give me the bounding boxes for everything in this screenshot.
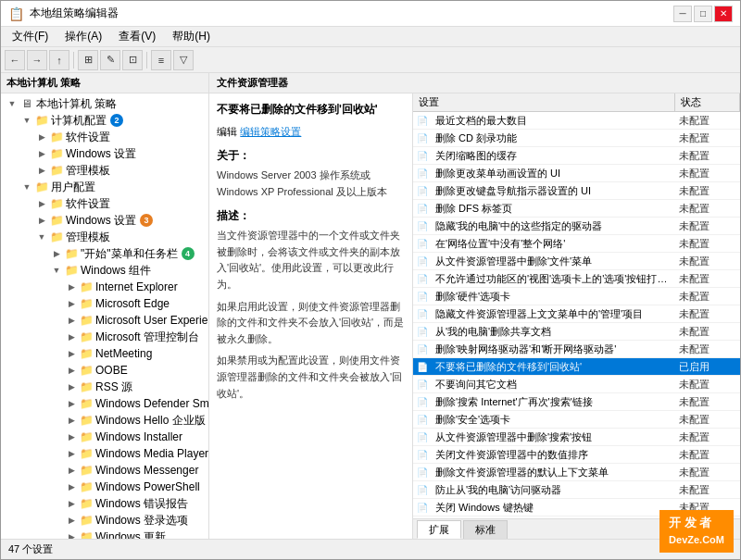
- settings-row-11[interactable]: 📄 隐藏文件资源管理器上文文菜单中的'管理'项目 未配置: [413, 305, 740, 323]
- expander-root[interactable]: [5, 96, 19, 111]
- expander-user[interactable]: [19, 180, 34, 194]
- settings-name-16: 删除'搜索 Internet'广再次'搜索'链接: [432, 395, 675, 409]
- show-hide-button[interactable]: ⊞: [78, 50, 98, 70]
- expander-startmenu[interactable]: [49, 246, 64, 261]
- edit-button[interactable]: ✎: [100, 50, 120, 70]
- filter-button[interactable]: ▽: [173, 50, 194, 70]
- tree-item-hello[interactable]: 📁 Windows Hello 企业版: [1, 412, 208, 429]
- settings-row-20[interactable]: 📄 删除文件资源管理器的默认上下文菜单 未配置: [413, 464, 740, 481]
- tree-item-rss[interactable]: 📁 RSS 源: [1, 379, 208, 395]
- tree-item-oobe[interactable]: 📁 OOBE: [1, 362, 208, 379]
- tree-item-errorreport[interactable]: 📁 Windows 错误报告: [1, 495, 208, 512]
- expander-logon[interactable]: [64, 513, 79, 528]
- settings-row-0[interactable]: 📄 最近文档的最大数目 未配置: [413, 112, 740, 130]
- settings-row-10[interactable]: 📄 删除'硬件'选项卡 未配置: [413, 288, 740, 305]
- settings-row-3[interactable]: 📄 删除更改菜单动画设置的 UI 未配置: [413, 165, 740, 182]
- tab-standard[interactable]: 标准: [463, 520, 508, 539]
- menu-help[interactable]: 帮助(H): [165, 27, 218, 46]
- settings-row-4[interactable]: 📄 删除更改键盘导航指示器设置的 UI 未配置: [413, 182, 740, 200]
- settings-row-7[interactable]: 📄 在'网络位置'中没有'整个网络' 未配置: [413, 235, 740, 253]
- tree-item-media[interactable]: 📁 Windows Media Player: [1, 445, 208, 462]
- close-button[interactable]: ✕: [714, 6, 733, 22]
- help-button[interactable]: ≡: [151, 50, 171, 70]
- tree-item-computer[interactable]: 📁 计算机配置 2: [1, 112, 208, 129]
- settings-row-6[interactable]: 📄 隐藏'我的电脑'中的这些指定的驱动器 未配置: [413, 218, 740, 235]
- tree-item-messenger[interactable]: 📁 Windows Messenger: [1, 462, 208, 479]
- tree-container[interactable]: 🖥 本地计算机 策略 📁 计算机配置 2 📁 软件设置: [1, 93, 208, 539]
- settings-row-21[interactable]: 📄 防止从'我的电脑'访问驱动器 未配置: [413, 481, 740, 499]
- minimize-button[interactable]: ─: [673, 6, 692, 22]
- expander-media[interactable]: [64, 446, 79, 461]
- expander-errorreport[interactable]: [64, 496, 79, 511]
- tree-item-root[interactable]: 🖥 本地计算机 策略: [1, 95, 208, 112]
- expander-wincomponents[interactable]: [49, 263, 64, 278]
- tree-item-defender[interactable]: 📁 Windows Defender SmartSc: [1, 395, 208, 412]
- settings-row-18[interactable]: 📄 从文件资源管理器中删除'搜索'按钮 未配置: [413, 429, 740, 446]
- expander-ie[interactable]: [64, 280, 79, 294]
- edit-policy-link[interactable]: 编辑策略设置: [240, 126, 301, 137]
- settings-row-22[interactable]: 📄 关闭 Windows 键热键 未配置: [413, 499, 740, 516]
- settings-row-9[interactable]: 📄 不允许通过功能区的'视图'选项卡上的'选项'按钮打开'文件... 未配置: [413, 270, 740, 288]
- tree-item-software2[interactable]: 📁 软件设置: [1, 195, 208, 212]
- settings-row-5[interactable]: 📄 删除 DFS 标签页 未配置: [413, 200, 740, 218]
- tree-item-wincomponents[interactable]: 📁 Windows 组件: [1, 262, 208, 279]
- tree-item-edge[interactable]: 📁 Microsoft Edge: [1, 295, 208, 312]
- tree-item-startmenu[interactable]: 📁 "开始"菜单和任务栏 4: [1, 245, 208, 262]
- tree-item-user[interactable]: 📁 用户配置: [1, 179, 208, 195]
- settings-row-8[interactable]: 📄 从文件资源管理器中删除'文件'菜单 未配置: [413, 253, 740, 270]
- settings-row-13[interactable]: 📄 删除'映射网络驱动器'和'断开网络驱动器' 未配置: [413, 341, 740, 358]
- menu-file[interactable]: 文件(F): [5, 27, 56, 46]
- tree-item-installer[interactable]: 📁 Windows Installer: [1, 429, 208, 445]
- tree-item-mmc[interactable]: 📁 Microsoft 管理控制台: [1, 329, 208, 345]
- settings-row-14[interactable]: 📄 不要将已删除的文件移到'回收站' 已启用: [413, 358, 740, 376]
- expander-netmeeting[interactable]: [64, 346, 79, 361]
- tree-item-ie[interactable]: 📁 Internet Explorer: [1, 279, 208, 295]
- tree-item-logon[interactable]: 📁 Windows 登录选项: [1, 512, 208, 529]
- expander-admtemplates1[interactable]: [34, 163, 49, 178]
- settings-icon-22: 📄: [413, 499, 432, 516]
- tree-item-userexp[interactable]: 📁 Microsoft User Experience Y: [1, 312, 208, 329]
- expander-software2[interactable]: [34, 196, 49, 211]
- menu-view[interactable]: 查看(V): [111, 27, 163, 46]
- settings-row-2[interactable]: 📄 关闭缩略图的缓存 未配置: [413, 147, 740, 165]
- expander-update[interactable]: [64, 529, 79, 539]
- expander-installer[interactable]: [64, 429, 79, 444]
- settings-row-15[interactable]: 📄 不要询问其它文档 未配置: [413, 376, 740, 393]
- settings-row-1[interactable]: 📄 删除 CD 刻录功能 未配置: [413, 130, 740, 147]
- properties-button[interactable]: ⊡: [122, 50, 143, 70]
- up-button[interactable]: ↑: [49, 50, 69, 70]
- menu-action[interactable]: 操作(A): [57, 27, 109, 46]
- expander-admtemplates2[interactable]: [34, 230, 49, 244]
- settings-row-19[interactable]: 📄 关闭文件资源管理器中的数值排序 未配置: [413, 446, 740, 464]
- settings-list[interactable]: 📄 最近文档的最大数目 未配置 📄 删除 CD 刻录功能 未配置 📄: [413, 112, 740, 518]
- back-button[interactable]: ←: [5, 50, 25, 70]
- tab-extend[interactable]: 扩展: [417, 520, 461, 539]
- tree-item-admtemplates1[interactable]: 📁 管理模板: [1, 162, 208, 179]
- tree-item-software1[interactable]: 📁 软件设置: [1, 129, 208, 145]
- expander-mmc[interactable]: [64, 330, 79, 344]
- expander-winsettings2[interactable]: [34, 213, 49, 228]
- expander-hello[interactable]: [64, 413, 79, 428]
- settings-row-17[interactable]: 📄 删除'安全'选项卡 未配置: [413, 411, 740, 429]
- expander-computer[interactable]: [19, 113, 34, 128]
- tree-item-winsettings2[interactable]: 📁 Windows 设置 3: [1, 212, 208, 229]
- expander-rss[interactable]: [64, 380, 79, 394]
- maximize-button[interactable]: □: [694, 6, 712, 22]
- expander-messenger[interactable]: [64, 463, 79, 478]
- expander-edge[interactable]: [64, 296, 79, 311]
- settings-row-12[interactable]: 📄 从'我的电脑'删除共享文档 未配置: [413, 323, 740, 341]
- expander-winsettings1[interactable]: [34, 146, 49, 161]
- expander-powershell[interactable]: [64, 479, 79, 494]
- tree-item-powershell[interactable]: 📁 Windows PowerShell: [1, 479, 208, 495]
- tree-item-winsettings1[interactable]: 📁 Windows 设置: [1, 145, 208, 162]
- tree-item-netmeeting[interactable]: 📁 NetMeeting: [1, 345, 208, 362]
- settings-row-16[interactable]: 📄 删除'搜索 Internet'广再次'搜索'链接 未配置: [413, 393, 740, 411]
- tree-label-user: 用户配置: [49, 180, 95, 195]
- expander-software1[interactable]: [34, 130, 49, 144]
- forward-button[interactable]: →: [27, 50, 47, 70]
- expander-userexp[interactable]: [64, 313, 79, 328]
- tree-item-admtemplates2[interactable]: 📁 管理模板: [1, 229, 208, 245]
- expander-defender[interactable]: [64, 396, 79, 411]
- tree-item-update[interactable]: 📁 Windows 更新: [1, 529, 208, 539]
- expander-oobe[interactable]: [64, 363, 79, 378]
